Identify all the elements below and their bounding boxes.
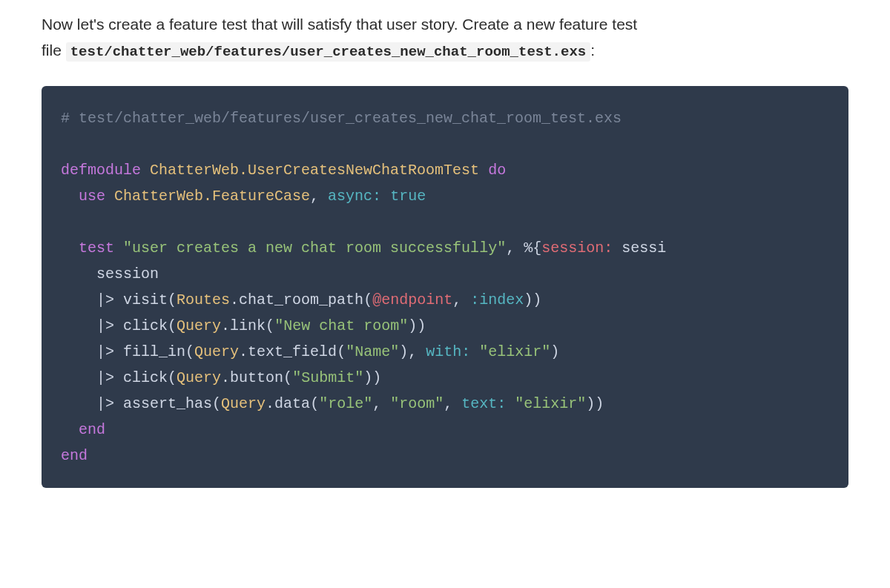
prose-line-2-suffix: : — [590, 42, 595, 59]
visit-fn: visit — [123, 291, 168, 308]
pipe-1: |> — [96, 291, 114, 308]
kw-end-1: end — [79, 421, 105, 438]
role-str: "role" — [319, 395, 372, 412]
session-line: session — [96, 265, 159, 283]
room-str: "room" — [390, 395, 444, 412]
pipe-5: |> — [96, 395, 114, 412]
elixir-str-1: "elixir" — [479, 343, 550, 360]
prose-line-1: Now let's create a feature test that wil… — [42, 16, 637, 33]
assert-has-fn: assert_has — [123, 395, 212, 412]
pipe-3: |> — [96, 343, 114, 360]
async-key: async: — [328, 188, 381, 205]
elixir-str-2: "elixir" — [515, 395, 586, 412]
article-content: Now let's create a feature test that wil… — [0, 12, 890, 518]
fill-in-fn: fill_in — [123, 343, 185, 360]
session-key: session: — [541, 240, 613, 257]
click-fn-2: click — [123, 369, 168, 386]
with-key: with: — [426, 343, 470, 360]
index-atom: :index — [470, 291, 524, 308]
submit-str: "Submit" — [292, 369, 363, 386]
new-chat-room-str: "New chat room" — [274, 317, 408, 334]
pipe-2: |> — [96, 317, 114, 334]
at-endpoint: @endpoint — [372, 291, 452, 308]
kw-defmodule: defmodule — [61, 162, 141, 179]
code-block: # test/chatter_web/features/user_creates… — [42, 86, 848, 488]
code-comment: # test/chatter_web/features/user_creates… — [61, 110, 622, 127]
click-fn-1: click — [123, 317, 168, 334]
kw-test: test — [79, 240, 114, 257]
intro-paragraph: Now let's create a feature test that wil… — [42, 12, 848, 64]
kw-end-2: end — [61, 447, 88, 464]
session-var: sessi — [622, 240, 666, 257]
test-name: "user creates a new chat room successful… — [123, 240, 506, 257]
routes-mod: Routes — [177, 291, 230, 308]
text-key: text: — [461, 395, 506, 412]
prose-line-2-prefix: file — [42, 42, 66, 59]
feature-case: ChatterWeb.FeatureCase — [114, 188, 310, 205]
kw-use: use — [79, 188, 105, 205]
pipe-4: |> — [96, 369, 114, 386]
inline-code-path: test/chatter_web/features/user_creates_n… — [66, 42, 591, 62]
module-name: ChatterWeb.UserCreatesNewChatRoomTest — [150, 162, 479, 179]
true-val: true — [390, 188, 426, 205]
kw-do: do — [488, 162, 506, 179]
code-pre: # test/chatter_web/features/user_creates… — [61, 105, 848, 469]
name-str: "Name" — [346, 343, 399, 360]
